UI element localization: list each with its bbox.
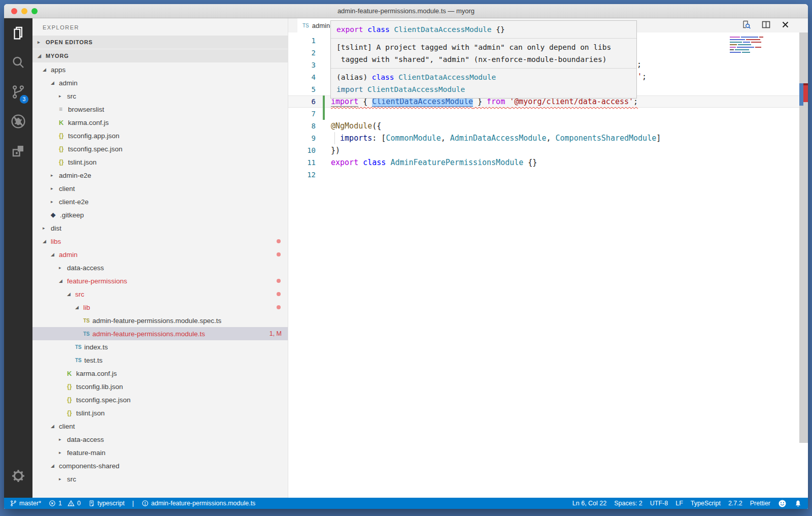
tree-folder-client-e2e[interactable]: ▸client-e2e xyxy=(32,195,288,208)
tree-item-label: lib xyxy=(83,304,90,311)
tree-folder-client[interactable]: ◢client xyxy=(32,420,288,433)
tree-file-admin-feature-permissions.module.spec.ts[interactable]: TSadmin-feature-permissions.module.spec.… xyxy=(32,314,288,327)
close-window-button[interactable] xyxy=(11,8,17,14)
tree-folder-libs[interactable]: ◢libs xyxy=(32,235,288,248)
status-separator: | xyxy=(132,500,133,507)
tree-file-tsconfig.spec.json[interactable]: {}tsconfig.spec.json xyxy=(32,393,288,406)
line-number: 4 xyxy=(288,73,316,81)
search-icon[interactable] xyxy=(4,48,32,77)
code-line-10[interactable]: 10}) xyxy=(288,144,808,156)
tree-folder-src[interactable]: ◢src xyxy=(32,287,288,301)
tree-item-label: tslint.json xyxy=(76,409,105,417)
tree-folder-admin[interactable]: ◢admin xyxy=(32,248,288,261)
chevron-right-icon: ▸ xyxy=(59,476,67,481)
code-line-11[interactable]: 11export class AdminFeaturePermissionsMo… xyxy=(288,156,808,169)
problems-status[interactable]: 1 0 xyxy=(49,500,81,507)
notifications-bell-icon[interactable] xyxy=(794,500,802,507)
tree-file-index.ts[interactable]: TSindex.ts xyxy=(32,340,288,353)
tree-item-label: tsconfig.lib.json xyxy=(76,383,123,391)
encoding-status[interactable]: UTF-8 xyxy=(650,500,668,507)
tree-file-admin-feature-permissions.module.ts[interactable]: TSadmin-feature-permissions.module.ts1, … xyxy=(32,327,288,340)
close-editor-icon[interactable] xyxy=(781,20,790,31)
modified-dot-indicator xyxy=(277,279,281,283)
open-editors-header[interactable]: ▸ OPEN EDITORS xyxy=(32,36,288,49)
git-problems-badge: 1, M xyxy=(269,330,282,337)
status-filename: admin-feature-permissions.module.ts xyxy=(151,500,256,507)
file-problems-status[interactable]: admin-feature-permissions.module.ts xyxy=(142,500,256,507)
tree-folder-components-shared[interactable]: ◢components-shared xyxy=(32,459,288,472)
tree-file-.gitkeep[interactable]: ◆.gitkeep xyxy=(32,208,288,221)
minimap[interactable] xyxy=(730,37,763,54)
git-branch-status[interactable]: master* xyxy=(10,500,41,507)
code-fragment-line-4: '; xyxy=(637,72,647,81)
tree-item-label: src xyxy=(67,475,76,483)
minimize-window-button[interactable] xyxy=(21,8,27,14)
open-preview-icon[interactable] xyxy=(741,20,751,31)
hover-signature: export class ClientDataAccessModule {} xyxy=(331,21,636,38)
explorer-icon[interactable] xyxy=(4,18,32,48)
tree-item-label: browserslist xyxy=(68,106,104,113)
eol-status[interactable]: LF xyxy=(675,500,683,507)
line-number: 11 xyxy=(288,158,316,167)
tree-folder-dist[interactable]: ▸dist xyxy=(32,221,288,235)
tree-file-tslint.json[interactable]: {}tslint.json xyxy=(32,155,288,169)
chevron-right-icon: ▸ xyxy=(51,186,59,191)
git-added-gutter-indicator xyxy=(323,95,325,108)
chevron-down-icon: ◢ xyxy=(51,80,59,85)
chevron-down-icon: ◢ xyxy=(51,424,59,429)
code-line-9[interactable]: 9 imports: [CommonModule, AdminDataAcces… xyxy=(288,132,808,144)
tree-folder-data-access[interactable]: ▸data-access xyxy=(32,261,288,274)
tree-file-test.ts[interactable]: TStest.ts xyxy=(32,353,288,367)
tree-file-tsconfig.lib.json[interactable]: {}tsconfig.lib.json xyxy=(32,380,288,393)
tree-file-tsconfig.app.json[interactable]: {}tsconfig.app.json xyxy=(32,129,288,142)
tree-file-tsconfig.spec.json[interactable]: {}tsconfig.spec.json xyxy=(32,142,288,155)
indentation-status[interactable]: Spaces: 2 xyxy=(614,500,642,507)
code-line-8[interactable]: 8@NgModule({ xyxy=(288,120,808,132)
tree-folder-src[interactable]: ▸src xyxy=(32,472,288,486)
tree-folder-data-access[interactable]: ▸data-access xyxy=(32,433,288,446)
tree-item-label: client xyxy=(59,423,75,430)
source-control-icon[interactable]: 3 xyxy=(4,77,32,107)
tree-item-label: .gitkeep xyxy=(60,211,84,219)
code-line-12[interactable]: 12 xyxy=(288,169,808,181)
explorer-sidebar: EXPLORER ▸ OPEN EDITORS ◢ MYORG ◢apps◢ad… xyxy=(32,18,288,498)
debug-icon[interactable] xyxy=(4,107,32,136)
tree-folder-src[interactable]: ▸src xyxy=(32,89,288,103)
tree-folder-apps[interactable]: ◢apps xyxy=(32,63,288,76)
split-editor-icon[interactable] xyxy=(761,20,771,31)
tree-folder-lib[interactable]: ◢lib xyxy=(32,301,288,314)
tree-file-karma.conf.js[interactable]: Kkarma.conf.js xyxy=(32,367,288,380)
tree-item-label: components-shared xyxy=(59,462,119,470)
ts-blue-file-icon: TS xyxy=(75,358,84,363)
tree-item-label: src xyxy=(67,92,76,100)
language-mode-status[interactable]: TypeScript xyxy=(691,500,721,507)
tree-folder-admin[interactable]: ◢admin xyxy=(32,76,288,89)
branch-name: master* xyxy=(19,500,41,507)
chevron-down-icon: ◢ xyxy=(38,53,46,58)
zoom-window-button[interactable] xyxy=(31,8,38,14)
tree-file-browserslist[interactable]: ≡browserslist xyxy=(32,103,288,116)
overview-ruler-error-marker-top xyxy=(803,83,808,85)
editor-actions xyxy=(741,18,790,33)
tree-folder-feature-permissions[interactable]: ◢feature-permissions xyxy=(32,274,288,287)
settings-gear-icon[interactable] xyxy=(4,461,32,491)
tree-item-label: index.ts xyxy=(84,343,108,351)
formatter-status[interactable]: Prettier xyxy=(750,500,770,507)
tree-file-tslint.json[interactable]: {}tslint.json xyxy=(32,406,288,420)
tree-folder-feature-main[interactable]: ▸feature-main xyxy=(32,446,288,459)
workspace-root-header[interactable]: ◢ MYORG xyxy=(32,49,288,62)
code-area[interactable]: 123456import { ClientDataAccessModule } … xyxy=(288,33,808,498)
vscode-window: admin-feature-permissions.module.ts — my… xyxy=(4,4,808,509)
tree-folder-admin-e2e[interactable]: ▸admin-e2e xyxy=(32,169,288,182)
ts-version-status[interactable]: 2.7.2 xyxy=(728,500,742,507)
linter-status[interactable]: typescript xyxy=(88,500,125,507)
extensions-icon[interactable] xyxy=(4,136,32,166)
tree-file-karma.conf.js[interactable]: Kkarma.conf.js xyxy=(32,116,288,129)
tree-folder-client[interactable]: ▸client xyxy=(32,182,288,195)
activity-bar: 3 xyxy=(4,18,32,498)
feedback-smiley-icon[interactable] xyxy=(778,499,787,508)
cursor-position-status[interactable]: Ln 6, Col 22 xyxy=(572,500,606,507)
chevron-right-icon: ▸ xyxy=(59,450,67,455)
code-line-7[interactable]: 7 xyxy=(288,108,808,120)
line-number: 8 xyxy=(288,122,316,130)
